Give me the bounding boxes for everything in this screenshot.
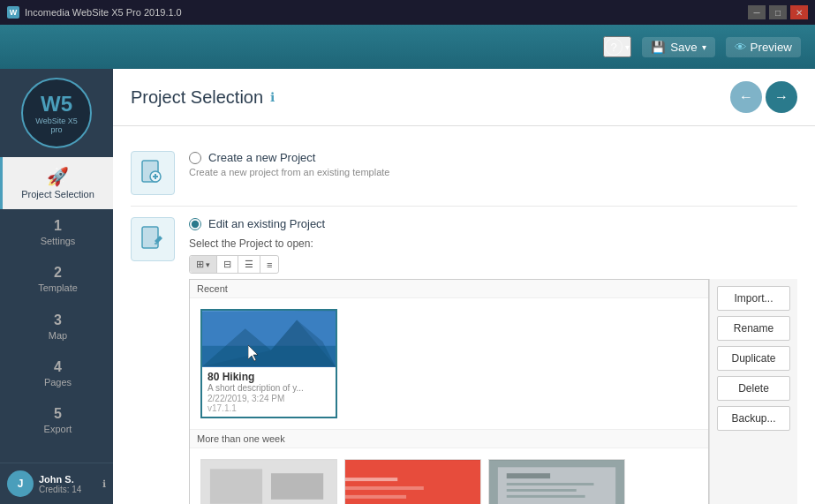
project-thumb-design bbox=[345, 460, 480, 504]
create-project-option: Create a new Project Create a new projec… bbox=[131, 140, 797, 206]
project-name-hiking: 80 Hiking bbox=[208, 371, 330, 383]
app-title: Incomedia WebSite X5 Pro 2019.1.0 bbox=[25, 7, 182, 18]
rocket-icon: 🚀 bbox=[47, 166, 69, 187]
sidebar-item-project-selection[interactable]: 🚀 Project Selection bbox=[0, 157, 113, 209]
info-icon[interactable]: ℹ bbox=[102, 478, 106, 490]
project-list-area: Recent bbox=[189, 279, 709, 504]
page-title: Project Selection bbox=[131, 87, 263, 108]
details-icon: ≡ bbox=[267, 260, 272, 270]
svg-rect-6 bbox=[142, 227, 158, 248]
back-arrow-button[interactable]: ← bbox=[730, 81, 762, 113]
save-button[interactable]: 💾 Save ▾ bbox=[642, 37, 714, 57]
list-icon: ☰ bbox=[245, 259, 253, 270]
design-thumb-svg bbox=[345, 460, 480, 504]
project-card-design-blog[interactable]: 38 Design Blog A short description of y.… bbox=[344, 459, 481, 504]
edit-project-icon bbox=[131, 217, 175, 261]
avatar: J bbox=[7, 470, 34, 497]
svg-rect-16 bbox=[345, 478, 397, 481]
older-projects-grid: 59 Dentistry A short description of y...… bbox=[190, 448, 708, 504]
project-thumb-dentistry bbox=[201, 460, 336, 504]
save-label: Save bbox=[670, 41, 697, 54]
project-desc-hiking: A short description of y... bbox=[208, 383, 330, 393]
backup-button[interactable]: Backup... bbox=[717, 406, 790, 431]
sidebar-item-pages[interactable]: 4 Pages bbox=[0, 350, 113, 397]
svg-rect-24 bbox=[507, 495, 585, 498]
forward-arrow-button[interactable]: → bbox=[766, 81, 797, 113]
svg-rect-18 bbox=[345, 495, 406, 499]
project-area: Recent bbox=[189, 279, 797, 504]
dropdown-arrow-icon: ▾ bbox=[206, 260, 210, 269]
page-header: Project Selection ℹ ← → bbox=[113, 69, 815, 126]
user-credits: Credits: 14 bbox=[39, 485, 81, 494]
top-toolbar: ? ▾ 💾 Save ▾ 👁 Preview bbox=[0, 25, 815, 69]
title-bar: W Incomedia WebSite X5 Pro 2019.1.0 ─ □ … bbox=[0, 0, 815, 25]
user-name: John S. bbox=[39, 474, 81, 485]
rename-button[interactable]: Rename bbox=[717, 316, 790, 341]
sidebar-item-export[interactable]: 5 Export bbox=[0, 397, 113, 444]
svg-rect-17 bbox=[345, 486, 424, 490]
recent-projects-grid: 80 Hiking A short description of y... 2/… bbox=[190, 298, 708, 429]
sidebar-item-map[interactable]: 3 Map bbox=[0, 304, 113, 350]
project-selection-area: Select the Project to open: ⊞ ▾ ⊟ bbox=[189, 237, 797, 504]
help-dropdown-icon: ▾ bbox=[625, 42, 630, 52]
create-project-radio[interactable] bbox=[189, 152, 201, 164]
project-info-hiking: 80 Hiking A short description of y... 2/… bbox=[202, 367, 336, 417]
project-card-resume[interactable]: 10 Resume A short description of y... 2/… bbox=[488, 459, 625, 504]
duplicate-button[interactable]: Duplicate bbox=[717, 346, 790, 371]
help-icon: ? bbox=[605, 38, 623, 56]
svg-rect-20 bbox=[498, 467, 615, 504]
view-grid-large-button[interactable]: ⊞ ▾ bbox=[190, 256, 217, 273]
sidebar-item-settings[interactable]: 1 Settings bbox=[0, 209, 113, 256]
maximize-button[interactable]: □ bbox=[769, 5, 787, 19]
edit-project-radio[interactable] bbox=[189, 218, 201, 230]
page-info-icon[interactable]: ℹ bbox=[270, 90, 275, 104]
create-project-content: Create a new Project Create a new projec… bbox=[189, 151, 797, 177]
svg-rect-23 bbox=[507, 489, 577, 492]
more-than-week-header: More than one week bbox=[190, 429, 708, 448]
save-icon: 💾 bbox=[651, 41, 666, 54]
sidebar-footer: J John S. Credits: 14 ℹ bbox=[0, 463, 113, 504]
recent-section-header: Recent bbox=[190, 280, 708, 298]
edit-project-title: Edit an existing Project bbox=[208, 217, 325, 230]
delete-button[interactable]: Delete bbox=[717, 376, 790, 401]
grid-large-icon: ⊞ bbox=[196, 259, 204, 270]
import-button[interactable]: Import... bbox=[717, 286, 790, 311]
app-icon: W bbox=[7, 6, 19, 19]
project-card-dentistry[interactable]: 59 Dentistry A short description of y...… bbox=[200, 459, 337, 504]
nav-items: 🚀 Project Selection 1 Settings 2 Templat… bbox=[0, 157, 113, 444]
view-details-button[interactable]: ≡ bbox=[260, 256, 278, 273]
preview-button[interactable]: 👁 Preview bbox=[726, 37, 801, 57]
select-label: Select the Project to open: bbox=[189, 237, 797, 250]
create-project-title: Create a new Project bbox=[208, 151, 315, 164]
project-card-hiking[interactable]: 80 Hiking A short description of y... 2/… bbox=[200, 309, 337, 418]
project-thumb-resume bbox=[489, 460, 624, 504]
edit-project-radio-label[interactable]: Edit an existing Project bbox=[189, 217, 797, 230]
nav-arrows: ← → bbox=[730, 81, 797, 113]
hiking-thumb-svg bbox=[202, 311, 336, 367]
minimize-button[interactable]: ─ bbox=[748, 5, 766, 19]
logo-icon: W5 bbox=[41, 92, 72, 117]
svg-rect-22 bbox=[507, 483, 594, 485]
preview-label: Preview bbox=[751, 41, 792, 54]
save-dropdown-icon: ▾ bbox=[702, 42, 706, 52]
help-button[interactable]: ? ▾ bbox=[603, 36, 631, 57]
project-thumb-hiking bbox=[202, 311, 336, 367]
user-info: John S. Credits: 14 bbox=[39, 474, 81, 494]
view-list-button[interactable]: ☰ bbox=[238, 256, 260, 273]
view-controls: ⊞ ▾ ⊟ ☰ ≡ bbox=[189, 255, 797, 274]
eye-icon: 👁 bbox=[735, 41, 746, 54]
close-button[interactable]: ✕ bbox=[790, 5, 808, 19]
edit-file-icon bbox=[139, 225, 167, 253]
content-area: Project Selection ℹ ← → bbox=[113, 69, 815, 504]
resume-thumb-svg bbox=[489, 460, 624, 504]
right-panel: Import... Rename Duplicate Delete Backup… bbox=[709, 279, 797, 504]
create-project-radio-label[interactable]: Create a new Project bbox=[189, 151, 797, 164]
logo: W5 WebSite X5 pro bbox=[21, 78, 92, 148]
view-grid-medium-button[interactable]: ⊟ bbox=[217, 256, 238, 273]
sidebar-item-template[interactable]: 2 Template bbox=[0, 256, 113, 303]
project-list-container[interactable]: Recent bbox=[189, 279, 709, 504]
dentistry-thumb-svg bbox=[201, 460, 336, 504]
sidebar: W5 WebSite X5 pro 🚀 Project Selection 1 … bbox=[0, 69, 113, 504]
main-layout: W5 WebSite X5 pro 🚀 Project Selection 1 … bbox=[0, 69, 815, 504]
project-date-hiking: 2/22/2019, 3:24 PM bbox=[208, 394, 330, 403]
